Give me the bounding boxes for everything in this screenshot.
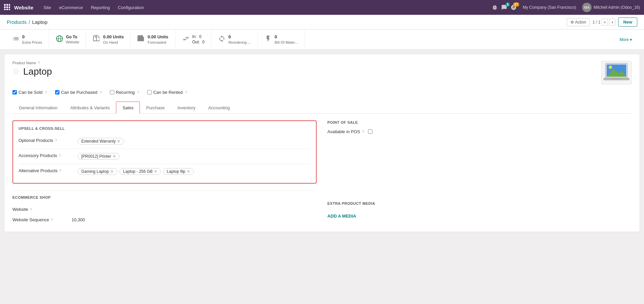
favorite-star-icon[interactable]: ☆ [12,67,20,76]
extra-media-section: EXTRA PRODUCT MEDIA ADD A MEDIA [327,201,632,219]
alt-product-tag-1[interactable]: Laptop - 256 GB ✕ [119,168,161,175]
goto-website-button[interactable]: Go To Website [49,30,86,49]
ecommerce-section: ECOMMERCE SHOP Website ? Website Sequenc… [12,190,317,225]
can-be-rented-checkbox[interactable]: Can be Rented? [147,90,187,95]
remove-optional-0[interactable]: ✕ [117,139,120,144]
reordering-val: 0 [228,34,251,40]
svg-point-18 [609,66,612,69]
alternative-help-icon[interactable]: ? [59,169,61,173]
units-forecasted-button[interactable]: 0.00 Units Forecasted [131,30,175,49]
breadcrumb-current: Laptop [32,19,47,25]
nav-configuration[interactable]: Configuration [115,4,147,11]
breadcrumb-sep: / [29,19,30,25]
out-label: Out: [192,40,201,45]
website-label: Website ? [12,207,66,212]
avatar: MA [582,3,592,12]
nav-site[interactable]: Site [40,4,54,11]
alt-product-tag-2[interactable]: Laptop flip ✕ [163,168,194,175]
recurring-checkbox[interactable]: Recurring? [110,90,139,95]
tab-general[interactable]: General Information [12,102,64,114]
nav-ecommerce[interactable]: eCommerce [56,4,86,11]
optional-product-tag-0[interactable]: Extended Warranty ✕ [78,138,124,145]
extra-prices-label: Extra Prices [22,40,42,45]
extra-prices-icon [12,35,19,44]
available-in-pos-row: Available in POS ? [327,129,632,134]
website-help-icon[interactable]: ? [30,207,32,212]
units-forecasted-val: 0.00 Units [148,34,168,40]
pos-help-icon[interactable]: ? [362,130,364,134]
name-help-icon[interactable]: ? [38,61,40,65]
nav-brand[interactable]: Website [14,5,33,10]
tab-attributes[interactable]: Attributes & Variants [64,102,116,114]
add-media-button[interactable]: ADD A MEDIA [327,214,356,219]
can-be-sold-checkbox[interactable]: Can be Sold? [12,90,47,95]
user-menu[interactable]: MA Mitchell Admin (Odoo_16) [582,3,640,12]
can-be-purchased-checkbox[interactable]: Can be Purchased? [55,90,102,95]
goto-website-label: Website [66,40,79,44]
sequence-help-icon[interactable]: ? [51,218,53,222]
optional-help-icon[interactable]: ? [55,139,57,143]
optional-products-row: Optional Products ? Extended Warranty ✕ [18,135,311,147]
tab-sales[interactable]: Sales [116,102,140,114]
alt-product-tag-0[interactable]: Gaming Laptop ✕ [78,168,117,175]
reordering-button[interactable]: 0 Reordering ... [211,30,258,49]
remove-alt-2[interactable]: ✕ [187,169,190,174]
optional-products-value: Extended Warranty ✕ [78,138,311,145]
purchased-help-icon[interactable]: ? [99,90,102,94]
product-name-label: Product Name ? [12,61,52,65]
alternative-products-row: Alternative Products ? Gaming Laptop ✕ L… [18,165,311,178]
svg-rect-2 [9,4,10,6]
extra-prices-button[interactable]: 0 Extra Prices [5,30,49,49]
bug-icon[interactable] [492,4,498,10]
accessory-product-tag-0[interactable]: [PR0012] Printer ✕ [78,153,120,160]
prev-page-button[interactable]: ‹ [602,18,608,26]
units-on-hand-label: On Hand [103,40,124,45]
website-icon [56,35,63,44]
apps-icon[interactable] [4,4,10,11]
out-val: 0 [202,40,205,45]
action-button[interactable]: ⚙ Action [567,18,590,26]
units-on-hand-button[interactable]: 0.00 Units On Hand [86,30,131,49]
sales-tab-right: POINT OF SALE Available in POS ? EXTRA P… [327,120,632,225]
more-button[interactable]: More ▾ [613,33,639,47]
product-image[interactable] [601,61,632,84]
nav-reporting[interactable]: Reporting [87,4,113,11]
product-name: Laptop [23,66,52,77]
sales-tab-content: UPSELL & CROSS-SELL Optional Products ? … [12,120,632,225]
tab-purchase[interactable]: Purchase [140,102,171,114]
sold-help-icon[interactable]: ? [45,90,47,94]
product-flags: Can be Sold? Can be Purchased? Recurring… [12,90,632,95]
tab-inventory[interactable]: Inventory [171,102,202,114]
bom-button[interactable]: 0 Bill Of Mater... [258,30,305,49]
svg-rect-4 [6,6,8,8]
in-label: In: [192,34,198,40]
rented-help-icon[interactable]: ? [185,90,187,94]
remove-alt-1[interactable]: ✕ [154,169,157,174]
activities-icon[interactable]: 47 [511,4,517,10]
messages-icon[interactable]: 5 [501,4,507,10]
extra-media-header: EXTRA PRODUCT MEDIA [327,201,632,205]
in-val: 0 [199,34,201,40]
divider-2 [18,164,311,164]
breadcrumb-parent[interactable]: Products [7,19,27,25]
website-sequence-value: 10,300 [72,217,317,222]
upsell-section-header: UPSELL & CROSS-SELL [18,126,311,130]
next-page-button[interactable]: › [609,18,615,26]
pos-section: POINT OF SALE Available in POS ? [327,120,632,134]
page-nav: 1 / 1 ‹ › [593,18,615,26]
recurring-help-icon[interactable]: ? [137,90,139,94]
website-sequence-row: Website Sequence ? 10,300 [12,215,317,225]
reordering-label: Reordering ... [228,40,251,45]
new-button[interactable]: New [618,17,637,27]
accessory-help-icon[interactable]: ? [59,154,61,158]
available-in-pos-checkbox[interactable] [368,129,372,134]
available-in-pos-label: Available in POS ? [327,129,364,134]
svg-rect-3 [4,6,6,8]
units-forecasted-label: Forecasted [148,40,168,45]
remove-alt-0[interactable]: ✕ [110,169,114,174]
remove-accessory-0[interactable]: ✕ [113,154,116,159]
product-header: Product Name ? ☆ Laptop [12,61,632,84]
tab-accounting[interactable]: Accounting [202,102,236,114]
in-out-button[interactable]: In: 0 Out: 0 [175,30,212,49]
transfer-icon [182,35,190,44]
